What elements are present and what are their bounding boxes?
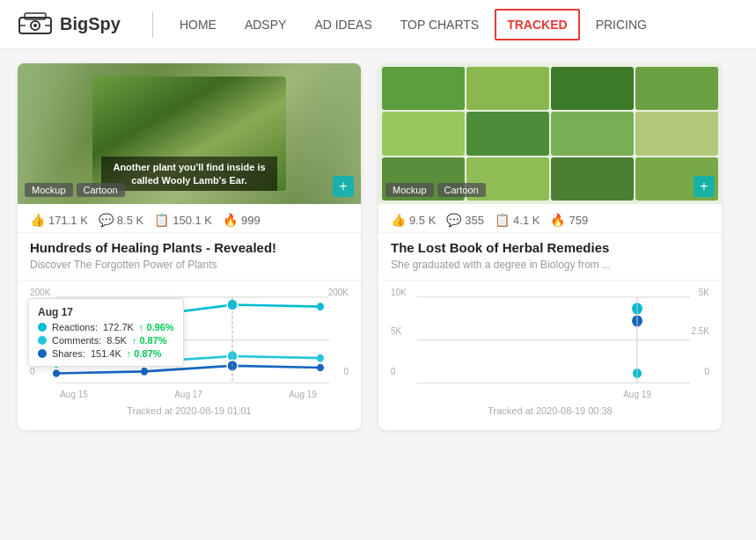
tooltip-value-reactions: 172.7K [103,322,134,332]
svg-point-12 [317,303,324,310]
tooltip-value-shares: 151.4K [91,348,121,359]
likes-value-2: 9.5 K [409,214,436,227]
card-1-plus[interactable]: + [333,176,354,197]
nav-divider [152,11,153,38]
card-2-title: The Lost Book of Herbal Remedies [378,233,722,257]
herb-cell-4 [382,112,465,155]
tooltip-change-comments: ↑ 0.87% [132,335,167,346]
other-value-1: 999 [241,214,261,227]
likes-value-1: 171.1 K [48,214,88,227]
nav-adspy[interactable]: ADSPY [232,9,298,40]
card-1-desc: Discover The Forgotten Power of Plants [18,257,361,281]
main-content: Another plant you'll find inside is call… [0,49,756,444]
svg-text:Aug 19: Aug 19 [623,389,651,398]
nav-pricing[interactable]: PRICING [584,9,659,40]
y-left-top-1: 200K [30,288,50,297]
nav-links: HOME ADSPY AD IDEAS TOP CHARTS TRACKED P… [167,9,659,40]
card-2-tags: Mockup Cartoon [385,183,486,197]
shares-value-1: 150.1 K [172,214,212,227]
nav-tracked[interactable]: TRACKED [495,9,579,40]
card-2-stats: 👍 9.5 K 💬 355 📋 4.1 K 🔥 759 [378,204,722,233]
svg-point-17 [53,369,60,377]
card-1: Another plant you'll find inside is call… [18,63,361,430]
tooltip-change-reactions: ↑ 0.96% [139,322,174,332]
stat-other-2: 🔥 759 [550,213,588,227]
y-left-mid-2: 5K [391,326,401,336]
herb-cell-0 [382,67,465,110]
stat-comments-2: 💬 355 [446,213,484,227]
tooltip-change-shares: ↑ 0.87% [127,348,162,359]
herb-cell-5 [466,112,549,155]
tooltip-dot-shares [38,349,47,358]
card-2: Mockup Cartoon + 👍 9.5 K 💬 355 📋 4.1 K 🔥… [378,63,722,430]
tracked-label-2: Tracked at 2020-08-19 00:38 [391,402,709,423]
svg-text:Aug 15: Aug 15 [60,389,88,398]
chart-tooltip-1: Aug 17 Reactions: 172.7K ↑ 0.96% Comment… [28,298,184,367]
comment-icon-1: 💬 [99,213,114,227]
tooltip-dot-comments [38,336,47,345]
stat-shares-1: 📋 150.1 K [154,213,212,227]
tooltip-row-comments: Comments: 8.5K ↑ 0.87% [38,335,174,346]
other-value-2: 759 [569,214,588,227]
card-1-chart: 200K 100K 0 200K 0 [18,281,361,430]
herb-cell-2 [551,67,634,110]
y-left-bot-1: 0 [30,367,35,376]
card-1-caption: Another plant you'll find inside is call… [101,157,277,191]
y-left-bot-2: 0 [391,367,396,376]
y-left-top-2: 10K [391,288,407,297]
card-1-title: Hundreds of Healing Plants - Revealed! [18,233,361,257]
logo[interactable]: BigSpy [18,11,121,39]
shares-value-2: 4.1 K [513,214,539,227]
tag-mockup-1[interactable]: Mockup [25,183,73,197]
comments-value-2: 355 [465,214,484,227]
y-right-bot-1: 0 [343,367,349,376]
card-2-desc: She graduated with a degree in Biology f… [378,257,722,281]
svg-point-20 [317,364,324,372]
thumbs-up-icon-1: 👍 [30,213,45,227]
other-icon-2: 🔥 [550,213,565,227]
tooltip-row-shares: Shares: 151.4K ↑ 0.87% [38,348,174,359]
stat-comments-1: 💬 8.5 K [99,213,143,227]
y-right-mid-2: 2.5K [691,326,709,336]
nav-top-charts[interactable]: TOP CHARTS [388,9,491,40]
logo-icon [18,11,53,39]
herb-cell-1 [466,67,549,110]
card-2-chart: 10K 5K 0 5K 2.5K 0 Aug 19 [378,281,722,430]
navbar: BigSpy HOME ADSPY AD IDEAS TOP CHARTS TR… [0,0,756,49]
tag-cartoon-1[interactable]: Cartoon [77,183,125,197]
chart-svg-2: Aug 19 [391,288,709,402]
card-2-image: Mockup Cartoon + [378,63,722,204]
logo-text: BigSpy [60,14,121,34]
tooltip-label-comments: Comments: [52,335,101,346]
y-right-top-2: 5K [699,288,709,297]
tag-cartoon-2[interactable]: Cartoon [437,183,486,197]
svg-text:Aug 19: Aug 19 [289,389,317,398]
svg-point-16 [317,354,324,362]
comments-value-1: 8.5 K [117,214,143,227]
herb-cell-6 [551,112,634,155]
stat-other-1: 🔥 999 [223,213,261,227]
tooltip-dot-reactions [38,323,47,332]
herb-cell-3 [635,67,718,110]
herb-cell-7 [635,112,718,155]
tooltip-row-reactions: Reactions: 172.7K ↑ 0.96% [38,322,174,332]
card-1-tags: Mockup Cartoon [25,183,125,197]
tooltip-label-reactions: Reactions: [52,322,98,332]
svg-point-3 [33,24,37,27]
y-right-top-1: 200K [328,288,349,297]
svg-text:Aug 17: Aug 17 [174,389,202,398]
nav-ad-ideas[interactable]: AD IDEAS [302,9,384,40]
nav-home[interactable]: HOME [167,9,229,40]
tooltip-value-comments: 8.5K [106,335,127,346]
y-right-bot-2: 0 [704,367,709,376]
card-2-plus[interactable]: + [694,176,715,197]
card-1-image: Another plant you'll find inside is call… [18,63,361,204]
stat-likes-2: 👍 9.5 K [391,213,436,227]
card-1-img-inner: Another plant you'll find inside is call… [92,77,286,191]
tag-mockup-2[interactable]: Mockup [385,183,434,197]
comment-icon-2: 💬 [446,213,461,227]
herb-cell-10 [551,157,634,201]
share-icon-1: 📋 [154,213,169,227]
card-1-stats: 👍 171.1 K 💬 8.5 K 📋 150.1 K 🔥 999 [18,204,361,233]
other-icon-1: 🔥 [223,213,238,227]
